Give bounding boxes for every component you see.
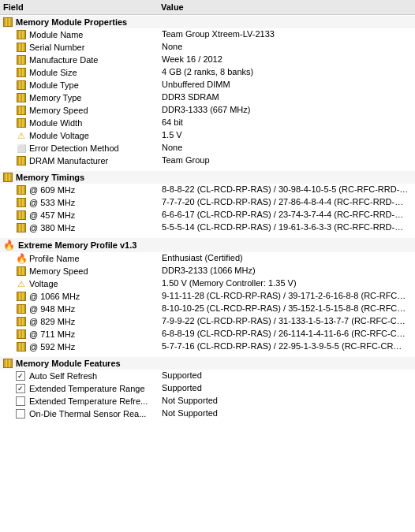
- section-header-memory-module-features: Memory Module Features: [0, 357, 415, 370]
- chip-icon: [16, 329, 27, 340]
- field-label: Memory Speed: [29, 106, 88, 115]
- section-title: Memory Timings: [16, 173, 84, 182]
- chip-icon: [16, 80, 27, 91]
- value-cell: Week 16 / 2012: [162, 54, 412, 64]
- value-cell: Not Supported: [162, 408, 412, 418]
- field-cell: @ 948 MHz: [16, 303, 162, 314]
- field-label: Module Type: [29, 80, 79, 90]
- checkbox_checked-icon: ✓: [16, 383, 27, 394]
- field-cell: Memory Speed: [16, 266, 162, 277]
- section-header-memory-module-properties: Memory Module Properties: [0, 16, 415, 28]
- chip-icon: [16, 117, 27, 128]
- value-cell: 64 bit: [162, 117, 412, 127]
- field-cell: On-Die Thermal Sensor Rea...: [16, 408, 162, 419]
- section-header-extreme-memory-profile: 🔥Extreme Memory Profile v1.3: [0, 238, 415, 252]
- field-label: Manufacture Date: [29, 55, 98, 65]
- chip-icon: [16, 155, 27, 166]
- field-cell: @ 592 MHz: [16, 341, 162, 352]
- value-cell: Team Group: [162, 155, 412, 165]
- table-row: @ 533 MHz7-7-7-20 (CL-RCD-RP-RAS) / 27-8…: [0, 196, 415, 209]
- field-label: Memory Speed: [29, 266, 88, 276]
- value-cell: 6-6-6-17 (CL-RCD-RP-RAS) / 23-74-3-7-4-4…: [162, 210, 412, 219]
- table-row: Serial NumberNone: [0, 41, 415, 54]
- value-cell: DDR3-1333 (667 MHz): [162, 105, 412, 114]
- warning-icon: ⚠: [16, 278, 27, 289]
- field-cell: ⚠Module Voltage: [16, 130, 162, 141]
- field-cell: Module Type: [16, 80, 162, 91]
- table-row: ⚠Module Voltage1.5 V: [0, 129, 415, 142]
- section-title: Memory Module Properties: [16, 17, 127, 27]
- value-cell: DDR3 SDRAM: [162, 92, 412, 102]
- value-cell: 1.50 V (Memory Controller: 1.35 V): [162, 278, 412, 288]
- header-field: Field: [3, 2, 161, 12]
- field-cell: Module Width: [16, 117, 162, 128]
- field-label: Module Size: [29, 68, 77, 77]
- checkbox_unchecked-icon: [16, 408, 27, 419]
- field-label: Profile Name: [29, 254, 80, 263]
- chip-icon: [3, 359, 13, 368]
- field-cell: @ 1066 MHz: [16, 291, 162, 302]
- field-cell: @ 829 MHz: [16, 316, 162, 327]
- table-row: DRAM ManufacturerTeam Group: [0, 154, 415, 167]
- table-row: ⚠Voltage1.50 V (Memory Controller: 1.35 …: [0, 277, 415, 290]
- chip-icon: [16, 67, 27, 78]
- table-row: @ 1066 MHz9-11-11-28 (CL-RCD-RP-RAS) / 3…: [0, 290, 415, 303]
- section-separator: [0, 234, 415, 237]
- table-row: @ 609 MHz8-8-8-22 (CL-RCD-RP-RAS) / 30-9…: [0, 184, 415, 196]
- section-separator: [0, 353, 415, 356]
- field-label: @ 380 MHz: [29, 223, 75, 233]
- warning-icon: ⚠: [16, 130, 27, 141]
- value-cell: 1.5 V: [162, 130, 412, 140]
- chip-icon: [16, 303, 27, 314]
- chip-icon: [3, 173, 13, 182]
- chip-icon: [16, 184, 27, 195]
- table-row: Module Size4 GB (2 ranks, 8 banks): [0, 66, 415, 79]
- table-row: Module NameTeam Group Xtreem-LV-2133: [0, 28, 415, 41]
- value-cell: 9-11-11-28 (CL-RCD-RP-RAS) / 39-171-2-6-…: [162, 291, 412, 300]
- field-label: Error Detection Method: [29, 143, 119, 153]
- value-cell: None: [162, 143, 412, 152]
- field-cell: @ 380 MHz: [16, 222, 162, 233]
- field-cell: ✓Extended Temperature Range: [16, 383, 162, 394]
- value-cell: Team Group Xtreem-LV-2133: [162, 29, 412, 39]
- chip-icon: [16, 266, 27, 277]
- field-label: On-Die Thermal Sensor Rea...: [29, 409, 146, 419]
- table-row: ⬜Error Detection MethodNone: [0, 142, 415, 154]
- field-cell: 🔥Profile Name: [16, 253, 162, 264]
- field-label: Serial Number: [29, 43, 84, 52]
- table-row: Module TypeUnbuffered DIMM: [0, 79, 415, 91]
- field-label: Module Name: [29, 30, 83, 39]
- value-cell: 7-9-9-22 (CL-RCD-RP-RAS) / 31-133-1-5-13…: [162, 316, 412, 326]
- field-cell: @ 711 MHz: [16, 329, 162, 340]
- value-cell: 7-7-7-20 (CL-RCD-RP-RAS) / 27-86-4-8-4-4…: [162, 197, 412, 206]
- chip-icon: [16, 341, 27, 352]
- field-cell: Module Name: [16, 29, 162, 40]
- table-row: Memory SpeedDDR3-1333 (667 MHz): [0, 104, 415, 117]
- fire-icon: 🔥: [16, 253, 27, 264]
- field-cell: @ 609 MHz: [16, 184, 162, 195]
- field-cell: ✓Auto Self Refresh: [16, 370, 162, 381]
- field-cell: Manufacture Date: [16, 54, 162, 65]
- value-cell: Supported: [162, 370, 412, 380]
- field-label: @ 533 MHz: [29, 198, 75, 207]
- table-row: Extended Temperature Refre...Not Support…: [0, 395, 415, 407]
- field-cell: @ 457 MHz: [16, 210, 162, 221]
- field-label: @ 609 MHz: [29, 185, 75, 195]
- field-label: @ 948 MHz: [29, 304, 75, 314]
- value-cell: 8-10-10-25 (CL-RCD-RP-RAS) / 35-152-1-5-…: [162, 303, 412, 313]
- checkbox_unchecked-icon: [16, 396, 27, 407]
- eraser-icon: ⬜: [16, 143, 27, 154]
- field-cell: DRAM Manufacturer: [16, 155, 162, 166]
- field-cell: @ 533 MHz: [16, 197, 162, 208]
- table-row: @ 829 MHz7-9-9-22 (CL-RCD-RP-RAS) / 31-1…: [0, 315, 415, 328]
- value-cell: Unbuffered DIMM: [162, 80, 412, 89]
- table-row: @ 592 MHz5-7-7-16 (CL-RCD-RP-RAS) / 22-9…: [0, 340, 415, 353]
- chip-icon: [16, 197, 27, 208]
- chip-icon: [16, 92, 27, 103]
- chip-icon: [16, 316, 27, 327]
- header-row: Field Value: [0, 0, 415, 15]
- section-header-memory-timings: Memory Timings: [0, 171, 415, 184]
- field-label: @ 1066 MHz: [29, 292, 80, 301]
- value-cell: None: [162, 42, 412, 51]
- value-cell: 8-8-8-22 (CL-RCD-RP-RAS) / 30-98-4-10-5-…: [162, 184, 412, 194]
